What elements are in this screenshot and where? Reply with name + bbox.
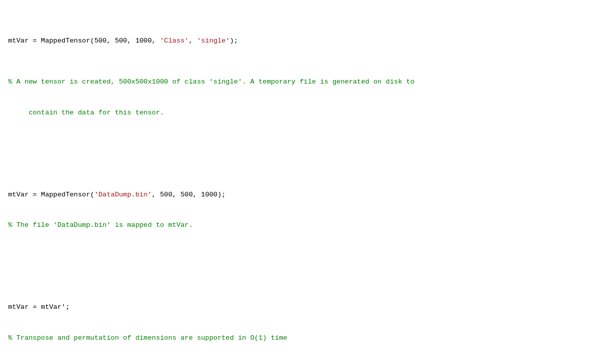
code-string: 'DataDump.bin' <box>94 191 151 198</box>
line-7: % Transpose and permutation of dimension… <box>8 333 600 343</box>
code-string: 'single' <box>197 37 230 45</box>
line-5: % The file 'DataDump.bin' is mapped to m… <box>8 220 600 230</box>
code-text: ); <box>230 37 238 45</box>
code-text: , <box>188 37 197 45</box>
line-3: contain the data for this tensor. <box>8 108 600 118</box>
line-6: mtVar = mtVar'; <box>8 302 600 312</box>
blank-2 <box>8 261 600 271</box>
code-text: , 500, 500, 1000); <box>152 191 226 198</box>
code-text: mtVar = MappedTensor( <box>8 191 94 198</box>
line-1: mtVar = MappedTensor(500, 500, 1000, 'Cl… <box>8 36 600 46</box>
code-text: mtVar = MappedTensor(500, 500, 1000, <box>8 37 160 45</box>
blank-1 <box>8 149 600 159</box>
line-4: mtVar = MappedTensor('DataDump.bin', 500… <box>8 190 600 200</box>
line-2: % A new tensor is created, 500x500x1000 … <box>8 77 600 87</box>
code-block: mtVar = MappedTensor(500, 500, 1000, 'Cl… <box>8 5 600 364</box>
code-string: 'Class' <box>160 37 189 45</box>
